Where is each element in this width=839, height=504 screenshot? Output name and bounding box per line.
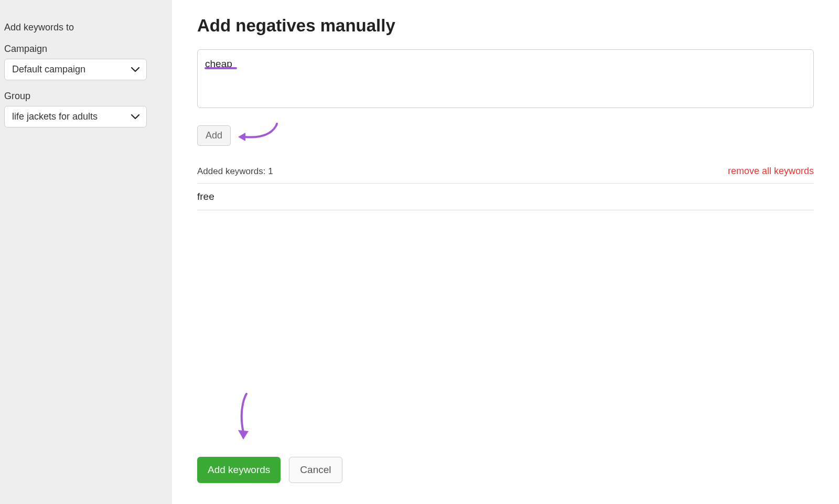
annotation-arrow-icon [232, 391, 258, 446]
group-select[interactable]: life jackets for adults [4, 106, 147, 127]
campaign-label: Campaign [4, 44, 159, 55]
add-keywords-to-label: Add keywords to [4, 22, 159, 33]
campaign-select-value: Default campaign [12, 64, 85, 74]
main-content: Add negatives manually Add Added keyword… [172, 0, 839, 504]
group-label: Group [4, 91, 159, 102]
added-keywords-list: free [197, 184, 814, 210]
keyword-input-textarea[interactable] [197, 49, 814, 108]
annotation-arrow-icon [234, 121, 281, 150]
cancel-button[interactable]: Cancel [289, 457, 342, 483]
remove-all-keywords-link[interactable]: remove all keywords [728, 166, 814, 177]
add-keywords-button[interactable]: Add keywords [197, 457, 281, 483]
page-title: Add negatives manually [197, 16, 814, 36]
list-item: free [197, 184, 814, 210]
footer-actions: Add keywords Cancel [197, 436, 814, 483]
added-count-label: Added keywords: 1 [197, 166, 273, 177]
campaign-select[interactable]: Default campaign [4, 59, 147, 80]
group-select-value: life jackets for adults [12, 111, 98, 122]
add-button[interactable]: Add [197, 125, 231, 146]
sidebar: Add keywords to Campaign Default campaig… [0, 0, 172, 504]
added-keywords-summary: Added keywords: 1 remove all keywords [197, 166, 814, 184]
